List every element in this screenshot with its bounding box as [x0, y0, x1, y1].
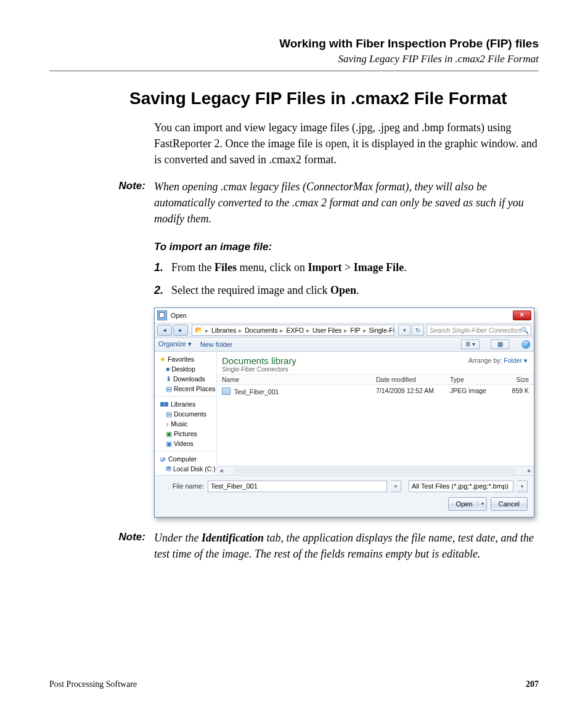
app-icon [157, 310, 167, 320]
arrange-by-dropdown[interactable]: Folder ▾ [504, 357, 528, 364]
disk-icon: ⛃ [166, 465, 173, 473]
note-label: Note: [49, 530, 154, 562]
nav-back-button[interactable]: ◄ [157, 325, 172, 336]
note-1: Note: When opening .cmax legacy files (C… [49, 179, 539, 227]
chapter-title: Working with Fiber Inspection Probe (FIP… [49, 37, 539, 51]
nav-forward-button[interactable]: ► [173, 325, 188, 336]
library-subtitle: Single-Fiber Connectors [222, 366, 529, 373]
footer-product: Post Processing Software [49, 680, 137, 689]
step-number: 2. [154, 282, 171, 299]
recent-icon: ▤ [166, 385, 174, 392]
downloads-icon: ⬇ [166, 375, 173, 383]
step-text: Select the required image and click Open… [171, 282, 359, 299]
page-footer: Post Processing Software 207 [49, 680, 539, 689]
folder-icon: 📂 [195, 326, 203, 334]
nav-videos[interactable]: ▣ Videos [155, 439, 216, 448]
intro-paragraph: You can import and view legacy image fil… [49, 120, 539, 168]
bottom-bar: File name: Test_Fiber_001 ▾ All Test Fil… [155, 475, 534, 517]
file-row[interactable]: Test_Fiber_001 7/14/2009 12:52 AM JPEG i… [217, 385, 534, 397]
videos-icon: ▣ [166, 440, 174, 447]
filetype-dropdown[interactable]: ▾ [517, 481, 528, 492]
documents-icon: ▤ [166, 410, 174, 418]
scroll-right-icon[interactable]: ► [525, 468, 534, 474]
step-text: From the Files menu, click on Import > I… [171, 259, 407, 276]
note-2: Note: Under the Identification tab, the … [49, 530, 539, 562]
col-type[interactable]: Type [450, 376, 499, 383]
nav-music[interactable]: ♪ Music [155, 419, 216, 429]
computer-icon: 🖳 [160, 455, 168, 463]
note-body: Under the Identification tab, the applic… [154, 530, 539, 562]
address-bar: ◄ ► 📂 ▸Libraries ▸Documents ▸EXFO ▸User … [155, 323, 534, 338]
history-dropdown[interactable]: ▾ [398, 325, 410, 336]
nav-computer[interactable]: 🖳 Computer [155, 454, 216, 464]
filename-label: File name: [161, 482, 204, 490]
filename-dropdown[interactable]: ▾ [391, 481, 401, 492]
procedure-heading: To import an image file: [49, 241, 539, 253]
step-2: 2. Select the required image and click O… [49, 282, 539, 299]
title-bar: Open ✕ [155, 308, 534, 323]
view-mode-button[interactable]: ≣ ▾ [461, 339, 480, 349]
col-name[interactable]: Name [222, 376, 376, 383]
nav-pictures[interactable]: ▣ Pictures [155, 429, 216, 439]
footer-page-number: 207 [526, 680, 539, 689]
section-subtitle: Saving Legacy FIP Files in .cmax2 File F… [49, 53, 539, 65]
search-icon: 🔍 [521, 327, 529, 335]
image-file-icon [222, 387, 231, 395]
chevron-down-icon[interactable]: ▾ [478, 501, 484, 506]
scroll-left-icon[interactable]: ◄ [217, 468, 226, 474]
preview-pane-button[interactable]: ▦ [491, 339, 509, 349]
filename-input[interactable]: Test_Fiber_001 [208, 481, 387, 492]
nav-downloads[interactable]: ⬇ Downloads [155, 374, 216, 384]
col-size[interactable]: Size [499, 376, 529, 383]
new-folder-button[interactable]: New folder [200, 341, 233, 348]
breadcrumb[interactable]: 📂 ▸Libraries ▸Documents ▸EXFO ▸User File… [192, 325, 394, 336]
note-body: When opening .cmax legacy files (Connect… [154, 179, 539, 227]
help-button[interactable]: ? [521, 340, 530, 349]
nav-corporate[interactable]: ⛃ Corporate (\\SPQ… [155, 474, 216, 475]
pictures-icon: ▣ [166, 430, 174, 437]
libraries-icon: 🀰 [160, 400, 171, 408]
nav-recent[interactable]: ▤ Recent Places [155, 384, 216, 394]
refresh-button[interactable]: ↻ [412, 325, 424, 336]
step-number: 1. [154, 259, 171, 276]
close-button[interactable]: ✕ [513, 310, 531, 320]
music-icon: ♪ [166, 420, 171, 428]
search-input[interactable]: Search Single-Fiber Connectors 🔍 [427, 325, 531, 336]
col-date[interactable]: Date modified [376, 376, 450, 383]
nav-documents[interactable]: ▤ Documents [155, 409, 216, 419]
nav-localdisk[interactable]: ⛃ Local Disk (C:) [155, 464, 216, 474]
dialog-title: Open [171, 312, 187, 319]
nav-libraries[interactable]: 🀰 Libraries [155, 399, 216, 409]
arrange-by: Arrange by: Folder ▾ [468, 357, 528, 364]
nav-desktop[interactable]: ■ Desktop [155, 364, 216, 374]
toolbar: Organize ▾ New folder ≣ ▾ ▦ ? [155, 338, 534, 352]
nav-favorites[interactable]: ★ Favorites [155, 354, 216, 364]
filetype-filter[interactable]: All Test Files (*.jpg;*.jpeg;*.bmp) [409, 481, 513, 492]
divider [49, 70, 539, 71]
open-button[interactable]: Open▾ [448, 497, 487, 511]
navigation-pane: ★ Favorites ■ Desktop ⬇ Downloads ▤ Rece… [155, 352, 217, 475]
open-dialog: Open ✕ ◄ ► 📂 ▸Libraries ▸Documents ▸EXFO… [154, 307, 534, 517]
horizontal-scrollbar[interactable]: ◄ ► [217, 466, 534, 475]
file-list-pane: Documents library Single-Fiber Connector… [217, 352, 534, 475]
step-1: 1. From the Files menu, click on Import … [49, 259, 539, 276]
organize-menu[interactable]: Organize ▾ [158, 340, 192, 348]
page-heading: Saving Legacy FIP Files in .cmax2 File F… [49, 89, 539, 108]
cancel-button[interactable]: Cancel [491, 497, 528, 511]
note-label: Note: [49, 179, 154, 227]
column-headers[interactable]: Name Date modified Type Size [217, 374, 534, 385]
star-icon: ★ [160, 355, 168, 363]
desktop-icon: ■ [166, 365, 171, 373]
